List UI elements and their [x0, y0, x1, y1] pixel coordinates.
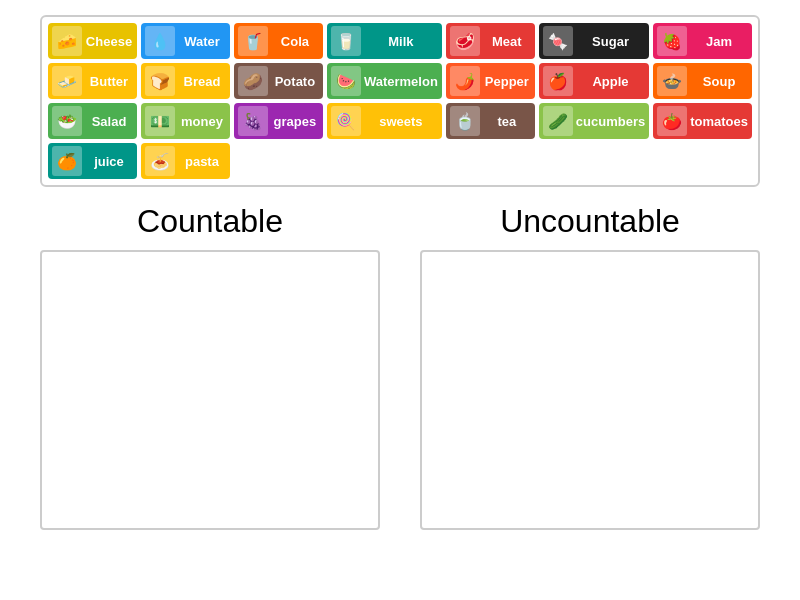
- cucumbers-label: cucumbers: [576, 114, 645, 129]
- tile-milk[interactable]: 🥛 Milk: [327, 23, 442, 59]
- tile-watermelon[interactable]: 🍉 Watermelon: [327, 63, 442, 99]
- salad-label: Salad: [85, 114, 133, 129]
- categories-container: Countable Uncountable: [40, 203, 760, 530]
- meat-label: Meat: [483, 34, 531, 49]
- tile-tomatoes[interactable]: 🍅 tomatoes: [653, 103, 752, 139]
- bread-icon: 🍞: [145, 66, 175, 96]
- butter-label: Butter: [85, 74, 133, 89]
- tomatoes-label: tomatoes: [690, 114, 748, 129]
- juice-label: juice: [85, 154, 133, 169]
- tile-meat[interactable]: 🥩 Meat: [446, 23, 535, 59]
- watermelon-label: Watermelon: [364, 74, 438, 89]
- uncountable-drop-zone[interactable]: [420, 250, 760, 530]
- tile-bread[interactable]: 🍞 Bread: [141, 63, 230, 99]
- sugar-label: Sugar: [576, 34, 645, 49]
- tea-icon: 🍵: [450, 106, 480, 136]
- salad-icon: 🥗: [52, 106, 82, 136]
- tile-pasta[interactable]: 🍝 pasta: [141, 143, 230, 179]
- money-icon: 💵: [145, 106, 175, 136]
- sugar-icon: 🍬: [543, 26, 573, 56]
- potato-icon: 🥔: [238, 66, 268, 96]
- pepper-label: Pepper: [483, 74, 531, 89]
- tea-label: tea: [483, 114, 531, 129]
- uncountable-category: Uncountable: [420, 203, 760, 530]
- apple-label: Apple: [576, 74, 645, 89]
- tile-apple[interactable]: 🍎 Apple: [539, 63, 649, 99]
- meat-icon: 🥩: [450, 26, 480, 56]
- countable-title: Countable: [137, 203, 283, 240]
- cucumbers-icon: 🥒: [543, 106, 573, 136]
- sweets-icon: 🍭: [331, 106, 361, 136]
- pasta-icon: 🍝: [145, 146, 175, 176]
- tile-cheese[interactable]: 🧀 Cheese: [48, 23, 137, 59]
- juice-icon: 🍊: [52, 146, 82, 176]
- soup-label: Soup: [690, 74, 748, 89]
- tomatoes-icon: 🍅: [657, 106, 687, 136]
- water-label: Water: [178, 34, 226, 49]
- potato-label: Potato: [271, 74, 319, 89]
- tile-potato[interactable]: 🥔 Potato: [234, 63, 323, 99]
- soup-icon: 🍲: [657, 66, 687, 96]
- pepper-icon: 🌶️: [450, 66, 480, 96]
- tile-butter[interactable]: 🧈 Butter: [48, 63, 137, 99]
- tile-cucumbers[interactable]: 🥒 cucumbers: [539, 103, 649, 139]
- word-bank: 🧀 Cheese 💧 Water 🥤 Cola 🥛 Milk 🥩 Meat 🍬 …: [40, 15, 760, 187]
- tile-sweets[interactable]: 🍭 sweets: [327, 103, 442, 139]
- cola-label: Cola: [271, 34, 319, 49]
- tile-grapes[interactable]: 🍇 grapes: [234, 103, 323, 139]
- grapes-icon: 🍇: [238, 106, 268, 136]
- bread-label: Bread: [178, 74, 226, 89]
- tile-cola[interactable]: 🥤 Cola: [234, 23, 323, 59]
- cola-icon: 🥤: [238, 26, 268, 56]
- uncountable-title: Uncountable: [500, 203, 680, 240]
- tile-soup[interactable]: 🍲 Soup: [653, 63, 752, 99]
- jam-label: Jam: [690, 34, 748, 49]
- milk-label: Milk: [364, 34, 438, 49]
- tile-juice[interactable]: 🍊 juice: [48, 143, 137, 179]
- countable-drop-zone[interactable]: [40, 250, 380, 530]
- countable-category: Countable: [40, 203, 380, 530]
- sweets-label: sweets: [364, 114, 438, 129]
- jam-icon: 🍓: [657, 26, 687, 56]
- tile-jam[interactable]: 🍓 Jam: [653, 23, 752, 59]
- tile-sugar[interactable]: 🍬 Sugar: [539, 23, 649, 59]
- cheese-label: Cheese: [85, 34, 133, 49]
- milk-icon: 🥛: [331, 26, 361, 56]
- tile-water[interactable]: 💧 Water: [141, 23, 230, 59]
- tile-salad[interactable]: 🥗 Salad: [48, 103, 137, 139]
- grapes-label: grapes: [271, 114, 319, 129]
- pasta-label: pasta: [178, 154, 226, 169]
- tile-money[interactable]: 💵 money: [141, 103, 230, 139]
- butter-icon: 🧈: [52, 66, 82, 96]
- tile-pepper[interactable]: 🌶️ Pepper: [446, 63, 535, 99]
- apple-icon: 🍎: [543, 66, 573, 96]
- watermelon-icon: 🍉: [331, 66, 361, 96]
- water-icon: 💧: [145, 26, 175, 56]
- tile-tea[interactable]: 🍵 tea: [446, 103, 535, 139]
- money-label: money: [178, 114, 226, 129]
- cheese-icon: 🧀: [52, 26, 82, 56]
